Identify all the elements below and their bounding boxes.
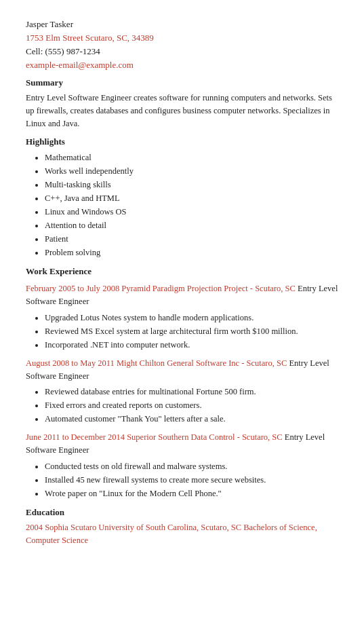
education-title: Education: [26, 507, 338, 518]
work-entries-container: February 2005 to July 2008 Pyramid Parad…: [26, 282, 338, 500]
work-entry-title-2: June 2011 to December 2014 Superior Sout…: [26, 431, 338, 457]
phone: Cell: (555) 987-1234: [26, 46, 338, 57]
work-list-2: Conducted tests on old firewall and malw…: [26, 460, 338, 500]
email: example-email@example.com: [26, 60, 338, 71]
work-list-1: Reviewed database entries for multinatio…: [26, 385, 338, 426]
work-bullet: Installed 45 new firewall systems to cre…: [45, 473, 338, 487]
education-text: 2004 Sophia Scutaro University of South …: [26, 521, 338, 547]
resume-page: Jasper Tasker 1753 Elm Street Scutaro, S…: [0, 0, 364, 617]
highlight-item: Attention to detail: [45, 219, 338, 232]
name: Jasper Tasker: [26, 19, 338, 30]
highlight-item: Problem solving: [45, 246, 338, 259]
highlight-item: Linux and Windows OS: [45, 205, 338, 219]
work-bullet: Reviewed database entries for multinatio…: [45, 385, 338, 398]
work-entry-title-1: August 2008 to May 2011 Might Chilton Ge…: [26, 357, 338, 383]
highlight-item: Patient: [45, 232, 338, 246]
summary-text: Entry Level Software Engineer creates so…: [26, 92, 338, 130]
work-bullet: Upgraded Lotus Notes system to handle mo…: [45, 311, 338, 324]
address: 1753 Elm Street Scutaro, SC, 34389: [26, 33, 338, 43]
work-bullet: Conducted tests on old firewall and malw…: [45, 460, 338, 473]
work-bullet: Wrote paper on "Linux for the Modern Cel…: [45, 487, 338, 500]
highlight-item: Mathematical: [45, 151, 338, 164]
highlight-item: Works well independently: [45, 164, 338, 178]
highlight-item: Multi-tasking skills: [45, 178, 338, 191]
work-bullet: Fixed errors and created reports on cust…: [45, 398, 338, 412]
highlights-list: MathematicalWorks well independentlyMult…: [26, 151, 338, 259]
summary-title: Summary: [26, 77, 338, 88]
work-bullet: Incorporated .NET into computer network.: [45, 338, 338, 352]
work-bullet: Automated customer "Thank You" letters a…: [45, 412, 338, 426]
highlights-title: Highlights: [26, 136, 338, 147]
highlight-item: C++, Java and HTML: [45, 191, 338, 205]
work-list-0: Upgraded Lotus Notes system to handle mo…: [26, 311, 338, 352]
work-entry-title-0: February 2005 to July 2008 Pyramid Parad…: [26, 282, 338, 308]
work-bullet: Reviewed MS Excel system at large archit…: [45, 324, 338, 338]
work-experience-title: Work Experience: [26, 266, 338, 277]
